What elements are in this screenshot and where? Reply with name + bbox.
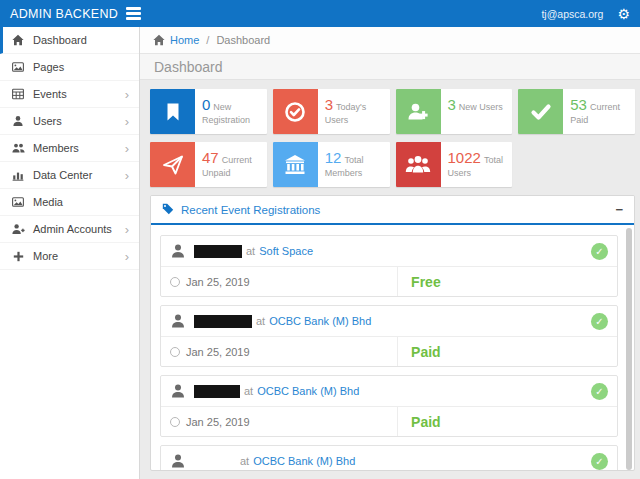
stat-card-current-unpaid[interactable]: 47Current Unpaid [150,142,267,187]
stats-row-1: 0New Registration 3Today's Users 3New Us… [150,89,635,134]
at-label: at [246,245,255,257]
sidebar-item-label: Events [33,88,67,100]
stat-text: 12Total Members [318,142,390,187]
date-cell: Jan 25, 2019 [161,407,398,436]
breadcrumb-home-link[interactable]: Home [153,34,199,46]
stat-text: 47Current Unpaid [195,142,267,187]
sidebar-item-label: Members [33,142,79,154]
topbar: ADMIN BACKEND tj@apsca.org ⚙ [0,0,640,27]
stat-text: 3New Users [441,89,509,134]
chevron-right-icon: › [125,115,131,128]
date-cell: Jan 25, 2019 [161,267,398,296]
chevron-right-icon: › [125,142,131,155]
chart-icon [11,169,25,181]
sidebar-item-data-center[interactable]: Data Center › [0,162,139,189]
chevron-right-icon: › [125,223,131,236]
stat-card-current-paid[interactable]: 53Current Paid [518,89,635,134]
page-title: Dashboard [140,54,640,80]
chevron-right-icon: › [125,169,131,182]
breadcrumb-home-label: Home [170,34,199,46]
sidebar-item-admin-accounts[interactable]: Admin Accounts › [0,216,139,243]
stat-card-new-registration[interactable]: 0New Registration [150,89,267,134]
venue-link[interactable]: Soft Space [259,245,313,257]
stat-text: 53Current Paid [563,89,635,134]
chevron-right-icon: › [125,88,131,101]
registration-header: at OCBC Bank (M) Bhd ✓ [161,376,617,406]
sidebar-item-label: Media [33,196,63,208]
person-icon [170,243,186,259]
sidebar-item-users[interactable]: Users › [0,108,139,135]
circle-check-icon [273,89,318,134]
stat-text: 0New Registration [195,89,267,134]
image-icon [11,196,25,208]
breadcrumb-separator: / [206,34,209,46]
panel-body: at Soft Space ✓ Jan 25, 2019 Free [151,225,634,470]
at-label: at [240,455,249,467]
registration-date: Jan 25, 2019 [186,276,250,288]
main-area: Home / Dashboard Dashboard 0New Registra… [140,27,640,479]
sidebar-item-label: Users [33,115,62,127]
scrollbar[interactable] [626,228,632,470]
panel-title: Recent Event Registrations [181,204,320,216]
redacted-name [194,385,240,398]
stat-card-new-users[interactable]: 3New Users [396,89,513,134]
sidebar: Dashboard Pages Events › Users › Members… [0,27,140,479]
collapse-button[interactable]: − [615,203,623,216]
sidebar-item-media[interactable]: Media [0,189,139,216]
date-cell: Jan 25, 2019 [161,337,398,366]
home-icon [11,34,25,46]
stat-value: 1022 [448,149,481,166]
people-icon [396,142,441,187]
sidebar-item-label: Pages [33,61,64,73]
gear-icon[interactable]: ⚙ [617,7,630,21]
stat-value: 3 [448,96,456,113]
stat-value: 12 [325,149,342,166]
person-icon [170,383,186,399]
hamburger-menu-icon[interactable] [118,0,148,27]
stat-label: New Users [459,102,503,112]
registration-date: Jan 25, 2019 [186,416,250,428]
sidebar-item-label: Data Center [33,169,92,181]
status-cell: Paid [398,407,441,436]
payment-status: Free [411,274,441,290]
sidebar-item-label: Admin Accounts [33,223,112,235]
stats-row-2: 47Current Unpaid 12Total Members 1022Tot… [150,142,635,187]
brand-title: ADMIN BACKEND [0,7,118,21]
chevron-right-icon: › [125,250,131,263]
sidebar-item-dashboard[interactable]: Dashboard [0,27,139,54]
stat-card-total-users[interactable]: 1022Total Users [396,142,513,187]
user-email[interactable]: tj@apsca.org [541,8,603,20]
registration-details: Jan 25, 2019 Paid [161,336,617,366]
confirmed-check-icon: ✓ [591,383,608,400]
breadcrumb-current: Dashboard [216,34,270,46]
registration-header: at OCBC Bank (M) Bhd ✓ [161,306,617,336]
registration-row: at OCBC Bank (M) Bhd ✓ [160,445,618,470]
sidebar-item-pages[interactable]: Pages [0,54,139,81]
clock-icon [170,347,180,357]
sidebar-item-label: Dashboard [33,34,87,46]
confirmed-check-icon: ✓ [591,453,608,470]
sidebar-item-more[interactable]: More › [0,243,139,270]
stat-text: 3Today's Users [318,89,390,134]
panel-header: Recent Event Registrations − [151,196,634,225]
venue-link[interactable]: OCBC Bank (M) Bhd [253,455,355,467]
sidebar-item-events[interactable]: Events › [0,81,139,108]
registration-row: at OCBC Bank (M) Bhd ✓ Jan 25, 2019 Paid [160,375,618,437]
registration-header: at Soft Space ✓ [161,236,617,266]
venue-link[interactable]: OCBC Bank (M) Bhd [269,315,371,327]
registration-date: Jan 25, 2019 [186,346,250,358]
sidebar-item-members[interactable]: Members › [0,135,139,162]
sidebar-item-label: More [33,250,58,262]
stat-card-todays-users[interactable]: 3Today's Users [273,89,390,134]
status-cell: Free [398,267,441,296]
bookmark-icon [150,89,195,134]
venue-link[interactable]: OCBC Bank (M) Bhd [257,385,359,397]
registration-details: Jan 25, 2019 Paid [161,406,617,436]
check-icon [518,89,563,134]
stat-card-total-members[interactable]: 12Total Members [273,142,390,187]
users-icon [11,142,25,154]
confirmed-check-icon: ✓ [591,243,608,260]
redacted-name [194,245,242,258]
clock-icon [170,277,180,287]
person-icon [170,453,186,469]
